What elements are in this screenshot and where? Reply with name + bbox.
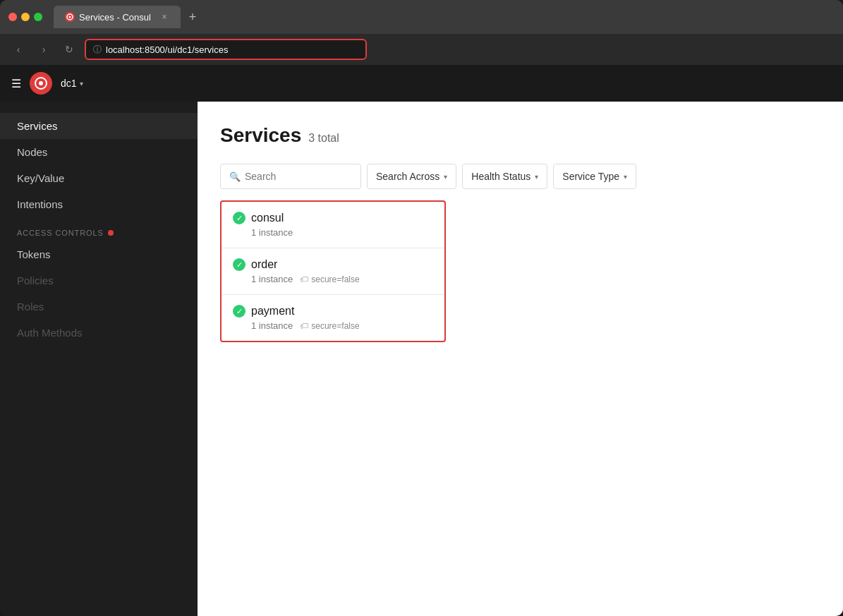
sidebar-item-intentions[interactable]: Intentions	[0, 191, 198, 217]
hamburger-icon[interactable]: ☰	[11, 77, 21, 90]
search-across-btn[interactable]: Search Across ▾	[367, 164, 456, 189]
health-status-btn[interactable]: Health Status ▾	[462, 164, 547, 189]
access-controls-dot	[108, 230, 114, 236]
tag-icon-payment: 🏷	[300, 321, 308, 331]
dc-selector[interactable]: dc1 ▾	[61, 78, 83, 89]
tab-title: Services - Consul	[79, 12, 151, 23]
health-icon-payment: ✓	[233, 305, 245, 318]
traffic-light-minimize[interactable]	[21, 13, 30, 21]
service-type-chevron: ▾	[624, 173, 627, 181]
browser-tab[interactable]: Services - Consul ×	[54, 6, 181, 28]
sidebar-item-auth-methods: Auth Methods	[0, 320, 198, 346]
sidebar-item-keyvalue[interactable]: Key/Value	[0, 165, 198, 191]
health-status-chevron: ▾	[535, 173, 538, 181]
page-title: Services	[220, 124, 301, 147]
health-icon-order: ✓	[233, 258, 245, 271]
service-type-btn[interactable]: Service Type ▾	[553, 164, 636, 189]
service-name-order: order	[251, 258, 277, 271]
service-meta-consul: 1 instance	[233, 227, 433, 238]
sidebar-item-tokens[interactable]: Tokens	[0, 241, 198, 267]
health-icon-consul: ✓	[233, 212, 245, 224]
service-item-consul[interactable]: ✓ consul 1 instance	[222, 202, 444, 248]
service-name-row-payment: ✓ payment	[233, 305, 433, 318]
new-tab-btn[interactable]: +	[183, 8, 202, 26]
service-instances-payment: 1 instance	[251, 320, 293, 331]
sidebar-item-nodes[interactable]: Nodes	[0, 139, 198, 165]
tab-favicon	[65, 12, 75, 22]
refresh-btn[interactable]: ↻	[59, 40, 79, 59]
back-btn[interactable]: ‹	[8, 40, 28, 59]
service-item-order[interactable]: ✓ order 1 instance 🏷 secure=false	[222, 248, 444, 295]
address-bar[interactable]: ⓘ localhost:8500/ui/dc1/services	[85, 39, 367, 60]
service-item-payment[interactable]: ✓ payment 1 instance 🏷 secure=false	[222, 295, 444, 341]
dc-chevron-icon: ▾	[80, 80, 83, 87]
page-header: Services 3 total	[220, 124, 820, 147]
service-tag-payment: 🏷 secure=false	[300, 321, 359, 331]
dc-name: dc1	[61, 78, 77, 89]
service-name-consul: consul	[251, 212, 284, 224]
services-list: ✓ consul 1 instance ✓ order 1 instance	[220, 200, 446, 342]
search-across-chevron: ▾	[444, 173, 447, 181]
service-tag-order: 🏷 secure=false	[300, 274, 359, 284]
forward-btn[interactable]: ›	[34, 40, 54, 59]
page-count: 3 total	[308, 132, 339, 145]
tag-icon-order: 🏷	[300, 274, 308, 284]
svg-point-3	[39, 81, 43, 85]
address-url: localhost:8500/ui/dc1/services	[106, 44, 228, 55]
app-topbar: ☰ dc1 ▾	[0, 65, 843, 102]
filter-bar: 🔍 Search Across ▾ Health Status ▾ Servic…	[220, 164, 820, 189]
traffic-light-fullscreen[interactable]	[34, 13, 42, 21]
address-info-icon: ⓘ	[93, 44, 102, 56]
content-area: Services 3 total 🔍 Search Across ▾ Healt…	[198, 102, 843, 616]
service-meta-order: 1 instance 🏷 secure=false	[233, 274, 433, 284]
service-instances-consul: 1 instance	[251, 227, 293, 238]
service-name-row-order: ✓ order	[233, 258, 433, 271]
access-controls-label: ACCESS CONTROLS	[0, 217, 198, 241]
search-icon: 🔍	[229, 171, 241, 182]
search-input[interactable]	[245, 171, 344, 182]
sidebar-item-services[interactable]: Services	[0, 113, 198, 139]
tab-close-btn[interactable]: ×	[159, 12, 169, 22]
service-name-row: ✓ consul	[233, 212, 433, 224]
sidebar-item-policies: Policies	[0, 267, 198, 294]
sidebar-item-roles: Roles	[0, 294, 198, 320]
sidebar: Services Nodes Key/Value Intentions ACCE…	[0, 102, 198, 616]
svg-point-1	[69, 16, 71, 18]
service-name-payment: payment	[251, 305, 294, 318]
service-meta-payment: 1 instance 🏷 secure=false	[233, 320, 433, 331]
main-wrapper: Services Nodes Key/Value Intentions ACCE…	[0, 102, 843, 616]
consul-logo	[30, 72, 52, 95]
service-instances-order: 1 instance	[251, 274, 293, 284]
search-box[interactable]: 🔍	[220, 164, 361, 189]
traffic-light-close[interactable]	[8, 13, 17, 21]
